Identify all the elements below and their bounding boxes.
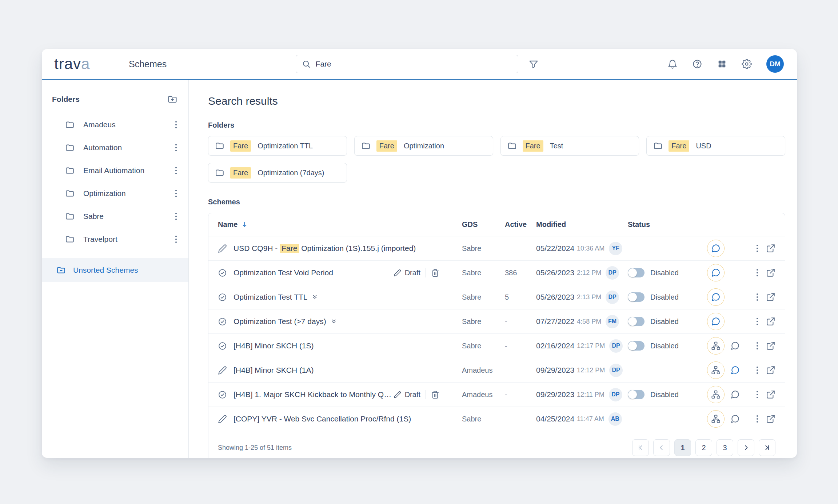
folder-result-chip[interactable]: Fare Test — [500, 136, 639, 156]
topbar-icons: DM — [667, 55, 784, 73]
status-toggle[interactable] — [628, 292, 645, 302]
comments-button[interactable] — [707, 240, 725, 257]
sidebar-item-travelport[interactable]: Travelport — [42, 228, 188, 251]
column-active[interactable]: Active — [505, 220, 536, 229]
external-link-icon[interactable] — [766, 414, 775, 424]
chat-bubble-icon[interactable] — [730, 341, 740, 351]
chat-bubble-icon[interactable] — [730, 365, 740, 375]
help-icon[interactable] — [692, 59, 702, 69]
sidebar-item-sabre[interactable]: Sabre — [42, 205, 188, 228]
scheme-flow-button[interactable] — [707, 361, 725, 379]
status-toggle[interactable] — [628, 317, 645, 326]
sidebar-item-email-automation[interactable]: Email Autiomation — [42, 159, 188, 182]
delete-draft-icon[interactable] — [431, 391, 439, 399]
external-link-icon[interactable] — [766, 390, 775, 399]
table-row[interactable]: [COPY] YVR - Web Svc Cancellation Proc/R… — [208, 407, 785, 431]
delete-draft-icon[interactable] — [431, 269, 439, 277]
folder-result-chip[interactable]: Fare Optimization TTL — [208, 136, 347, 156]
comments-button[interactable] — [707, 288, 725, 306]
double-chevron-down-icon[interactable] — [331, 319, 337, 325]
apps-grid-icon[interactable] — [717, 59, 727, 69]
row-menu-icon[interactable] — [754, 243, 760, 254]
column-gds[interactable]: GDS — [462, 220, 505, 229]
search-box[interactable] — [296, 55, 518, 73]
row-menu-icon[interactable] — [754, 389, 760, 400]
next-page-button[interactable] — [738, 439, 754, 456]
kebab-menu-icon[interactable] — [173, 142, 179, 153]
sidebar-item-automation[interactable]: Automation — [42, 136, 188, 159]
kebab-menu-icon[interactable] — [173, 165, 179, 176]
row-menu-icon[interactable] — [754, 340, 760, 352]
external-link-icon[interactable] — [766, 292, 775, 302]
last-page-button[interactable] — [759, 439, 775, 456]
column-name[interactable]: Name — [218, 220, 238, 229]
folder-result-chip[interactable]: Fare Optimization — [354, 136, 493, 156]
sidebar-item-optimization[interactable]: Optimization — [42, 182, 188, 205]
page-button-1[interactable]: 1 — [674, 439, 691, 456]
row-menu-icon[interactable] — [754, 364, 760, 376]
external-link-icon[interactable] — [766, 268, 775, 277]
double-chevron-down-icon[interactable] — [312, 294, 318, 300]
first-page-button[interactable] — [632, 439, 649, 456]
row-menu-icon[interactable] — [754, 413, 760, 425]
sidebar-item-unsorted-schemes[interactable]: Unsorted Schemes — [42, 258, 188, 282]
edit-draft-button[interactable]: Draft — [394, 391, 420, 399]
table-row[interactable]: USD CQ9H - Fare Optimization (1S).155.j … — [208, 236, 785, 261]
table-row[interactable]: [H4B] 1. Major SKCH Kickback to Monthly … — [208, 383, 785, 407]
external-link-icon[interactable] — [766, 365, 775, 375]
scheme-flow-button[interactable] — [707, 410, 725, 428]
search-term-highlight: Fare — [523, 140, 543, 152]
table-header: Name GDS Active Modified Status — [208, 213, 785, 236]
chat-bubble-icon — [711, 268, 721, 277]
notifications-bell-icon[interactable] — [667, 59, 678, 69]
folder-result-chip[interactable]: Fare Optimization (7days) — [208, 163, 347, 183]
previous-page-button[interactable] — [653, 439, 670, 456]
pencil-icon — [218, 366, 227, 375]
status-toggle[interactable] — [628, 268, 645, 277]
gds-value: Sabre — [462, 342, 505, 350]
gds-value: Sabre — [462, 317, 505, 326]
chat-bubble-icon[interactable] — [730, 414, 740, 424]
comments-button[interactable] — [707, 313, 725, 330]
column-status[interactable]: Status — [628, 220, 707, 229]
kebab-menu-icon[interactable] — [173, 233, 179, 245]
kebab-menu-icon[interactable] — [173, 211, 179, 222]
kebab-menu-icon[interactable] — [173, 119, 179, 131]
edit-draft-button[interactable]: Draft — [394, 269, 420, 277]
external-link-icon[interactable] — [766, 341, 775, 351]
filter-button[interactable] — [528, 59, 539, 69]
row-menu-icon[interactable] — [754, 316, 760, 327]
modified-by-avatar: DP — [609, 339, 623, 353]
search-input[interactable] — [316, 60, 512, 68]
external-link-icon[interactable] — [766, 317, 775, 326]
table-row[interactable]: Optimization Test (>7 days) Sabre - 07/2… — [208, 309, 785, 334]
sort-down-icon[interactable] — [241, 221, 248, 228]
table-row[interactable]: Optimization Test Void Period Draft Sabr… — [208, 261, 785, 285]
row-menu-icon[interactable] — [754, 291, 760, 303]
external-link-icon[interactable] — [766, 244, 775, 253]
check-circle-icon — [218, 293, 227, 302]
table-row[interactable]: [H4B] Minor SKCH (1S) Sabre - 02/16/2024… — [208, 334, 785, 358]
settings-gear-icon[interactable] — [742, 59, 752, 69]
kebab-menu-icon[interactable] — [173, 188, 179, 199]
modified-date: 02/16/2024 — [536, 341, 574, 350]
page-button-2[interactable]: 2 — [695, 439, 712, 456]
comments-button[interactable] — [707, 264, 725, 281]
table-row[interactable]: Optimization Test TTL Sabre 5 05/26/2023… — [208, 285, 785, 309]
scheme-flow-button[interactable] — [707, 337, 725, 355]
status-toggle[interactable] — [628, 390, 645, 399]
status-toggle[interactable] — [628, 341, 645, 351]
main-content: Search results Folders Fare Optimization… — [189, 80, 797, 458]
status-label: Disabled — [650, 391, 679, 399]
modified-time: 2:13 PM — [577, 293, 601, 301]
table-row[interactable]: [H4B] Minor SKCH (1A) Amadeus 09/29/2023… — [208, 358, 785, 383]
scheme-flow-button[interactable] — [707, 386, 725, 403]
row-menu-icon[interactable] — [754, 267, 760, 279]
folder-result-chip[interactable]: Fare USD — [646, 136, 785, 156]
add-folder-icon[interactable] — [167, 94, 177, 104]
page-button-3[interactable]: 3 — [717, 439, 733, 456]
column-modified[interactable]: Modified — [536, 220, 628, 229]
user-avatar[interactable]: DM — [766, 55, 784, 73]
chat-bubble-icon[interactable] — [730, 390, 740, 399]
sidebar-item-amadeus[interactable]: Amadeus — [42, 113, 188, 136]
